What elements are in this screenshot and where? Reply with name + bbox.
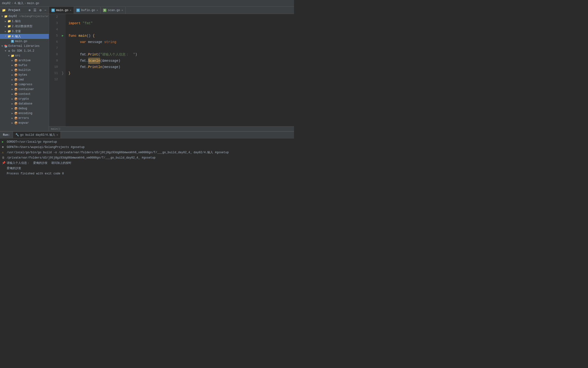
locate-icon[interactable]: ⊕ bbox=[28, 8, 31, 13]
tree-item-4-input[interactable]: ▼📁4.输入 bbox=[0, 34, 49, 39]
tree-item-main-go[interactable]: Gmain.go bbox=[0, 39, 49, 44]
tree-item-archive[interactable]: ▶📦archive bbox=[0, 58, 49, 63]
tree-item-encoding[interactable]: ▶📦encoding bbox=[0, 111, 49, 116]
tab-scan-go-label: scan.go bbox=[108, 9, 120, 12]
run-text-7: Process finished with exit code 0 bbox=[7, 171, 64, 176]
code-content[interactable]: import "fmt" func main() { var message s… bbox=[65, 14, 294, 126]
tree-arrow-cmd[interactable]: ▶ bbox=[10, 78, 14, 82]
tab-main-go[interactable]: G main.go ✕ bbox=[49, 7, 74, 14]
tree-icon-ext-libs: 📚 bbox=[4, 44, 8, 48]
tab-bufio-go-label: bufio.go bbox=[81, 9, 95, 12]
tree-item-1-output[interactable]: ▶📁1.输出 bbox=[0, 19, 49, 24]
tree-item-debug[interactable]: ▶📦debug bbox=[0, 106, 49, 111]
tree-arrow-errors[interactable]: ▶ bbox=[10, 117, 14, 120]
tree-item-errors[interactable]: ▶📦errors bbox=[0, 116, 49, 120]
tree-item-expvar[interactable]: ▶📦expvar bbox=[0, 120, 49, 125]
tree-label-encoding: encoding bbox=[18, 112, 32, 115]
tree-item-context[interactable]: ▶📦context bbox=[0, 92, 49, 97]
tree-icon-database: 📦 bbox=[14, 102, 18, 106]
tree-item-builtin[interactable]: ▶📦builtin bbox=[0, 68, 49, 73]
tree-arrow-go-sdk[interactable]: ▼ bbox=[4, 49, 7, 53]
tree-arrow-archive[interactable]: ▶ bbox=[10, 59, 14, 62]
tree-item-src[interactable]: ▼📁src bbox=[0, 53, 49, 58]
tree-arrow-3-vars[interactable]: ▶ bbox=[4, 30, 7, 33]
tree-item-go-sdk[interactable]: ▼⚙Go SDK 1.14.2 bbox=[0, 48, 49, 53]
run-icon-1: ■ bbox=[2, 145, 7, 150]
code-line-7 bbox=[68, 45, 294, 51]
code-line-2 bbox=[68, 14, 294, 20]
tree-arrow-2-types[interactable]: ▶ bbox=[4, 25, 7, 28]
breadcrumb-part1: day02 bbox=[2, 2, 10, 5]
tree-label-debug: debug bbox=[18, 107, 27, 110]
tree-item-day02[interactable]: ▼📁day02~/GolangProjects/src/day02 bbox=[0, 14, 49, 19]
tree-icon-archive: 📦 bbox=[14, 59, 18, 63]
code-line-3: import "fmt" bbox=[68, 20, 294, 27]
run-tab-label: go build day02/4.输入 bbox=[20, 133, 55, 137]
tree-arrow-container[interactable]: ▶ bbox=[10, 88, 14, 91]
tree-arrow-src[interactable]: ▼ bbox=[7, 54, 10, 57]
tree-arrow-crypto[interactable]: ▶ bbox=[10, 97, 14, 101]
tree-icon-bufio: 📦 bbox=[14, 64, 18, 67]
tab-bufio-go[interactable]: G bufio.go ✕ bbox=[74, 7, 101, 14]
gear-icon[interactable]: ⚙ bbox=[39, 8, 42, 13]
run-text-0: GOROOT=/usr/local/go #gosetup bbox=[7, 139, 57, 145]
run-icon-4: 📌 bbox=[2, 160, 7, 166]
tree-arrow-debug[interactable]: ▶ bbox=[10, 107, 14, 110]
tree-arrow-database[interactable]: ▶ bbox=[10, 102, 14, 105]
tree-icon-expvar: 📦 bbox=[14, 121, 18, 125]
run-gutter-icon[interactable]: ▶ bbox=[62, 33, 64, 39]
minus-icon[interactable]: − bbox=[44, 8, 47, 13]
tree-arrow-encoding[interactable]: ▶ bbox=[10, 112, 14, 115]
tree-label-context: context bbox=[18, 92, 30, 96]
run-icon-2: ⚠ bbox=[2, 150, 7, 155]
tree-icon-context: 📦 bbox=[14, 92, 18, 96]
tree-label-bufio: bufio bbox=[18, 64, 27, 67]
tree-label-4-input: 4.输入 bbox=[12, 34, 21, 38]
tree-icon-day02: 📁 bbox=[4, 14, 8, 18]
tree-item-compress[interactable]: ▶📦compress bbox=[0, 82, 49, 87]
tree-icon-3-vars: 📁 bbox=[7, 29, 11, 33]
run-tab-close[interactable]: ✕ bbox=[56, 133, 58, 137]
collapse-icon[interactable]: ☰ bbox=[33, 8, 37, 13]
run-line-5: 爱俺的沙发 bbox=[2, 166, 292, 171]
tree-label-compress: compress bbox=[18, 83, 32, 86]
tab-scan-go[interactable]: G scan.go ✕ bbox=[101, 7, 126, 14]
tree-arrow-main-go[interactable] bbox=[7, 40, 10, 43]
tree-icon-cmd: 📦 bbox=[14, 78, 18, 82]
tree-item-container[interactable]: ▶📦container bbox=[0, 87, 49, 92]
tree-arrow-context[interactable]: ▶ bbox=[10, 92, 14, 96]
tab-main-go-close[interactable]: ✕ bbox=[70, 9, 71, 12]
bottom-tabs: Run: 🔧 go build day02/4.输入 ✕ bbox=[0, 132, 294, 138]
tree-arrow-day02[interactable]: ▼ bbox=[0, 15, 4, 18]
tree-label-main-go: main.go bbox=[15, 40, 27, 43]
tree-item-3-vars[interactable]: ▶📁3.变量 bbox=[0, 29, 49, 34]
tree-item-bytes[interactable]: ▶📦bytes bbox=[0, 73, 49, 77]
tree-arrow-bufio[interactable]: ▶ bbox=[10, 64, 14, 67]
run-tab[interactable]: 🔧 go build day02/4.输入 ✕ bbox=[13, 132, 61, 138]
tree-label-database: database bbox=[18, 102, 32, 105]
tree-icon-encoding: 📦 bbox=[14, 111, 18, 115]
run-text-2: /usr/local/go/bin/go build -o /private/v… bbox=[7, 150, 229, 155]
tree-arrow-compress[interactable]: ▶ bbox=[10, 83, 14, 86]
run-line-2: ⚠/usr/local/go/bin/go build -o /private/… bbox=[2, 150, 292, 155]
tree-arrow-builtin[interactable]: ▶ bbox=[10, 68, 14, 72]
tree-item-2-types[interactable]: ▶📁2.初识数据类型 bbox=[0, 24, 49, 29]
tree-arrow-1-output[interactable]: ▶ bbox=[4, 20, 7, 23]
code-editor: 2 3 4 5 6 7 8 9 10 11 12 ▶ bbox=[49, 14, 294, 126]
status-text: main() bbox=[51, 128, 61, 130]
tree-item-database[interactable]: ▶📦database bbox=[0, 101, 49, 106]
tree-item-ext-libs[interactable]: ▼📚External Libraries bbox=[0, 44, 49, 48]
tree-item-bufio[interactable]: ▶📦bufio bbox=[0, 63, 49, 68]
tree-arrow-expvar[interactable]: ▶ bbox=[10, 121, 14, 125]
tab-bufio-go-close[interactable]: ✕ bbox=[97, 9, 98, 12]
run-content: ▶GOROOT=/usr/local/go #gosetup■GOPATH=/U… bbox=[0, 138, 294, 184]
tree-item-cmd[interactable]: ▶📦cmd bbox=[0, 77, 49, 82]
tree-arrow-ext-libs[interactable]: ▼ bbox=[0, 45, 4, 48]
tree-item-crypto[interactable]: ▶📦crypto bbox=[0, 97, 49, 101]
tree-arrow-bytes[interactable]: ▶ bbox=[10, 73, 14, 77]
breadcrumb-part3: main.go bbox=[27, 2, 39, 5]
tab-scan-go-close[interactable]: ✕ bbox=[121, 9, 123, 12]
run-line-0: ▶GOROOT=/usr/local/go #gosetup bbox=[2, 139, 292, 145]
tree-arrow-4-input[interactable]: ▼ bbox=[4, 35, 7, 38]
sidebar-title: Project bbox=[9, 9, 26, 12]
